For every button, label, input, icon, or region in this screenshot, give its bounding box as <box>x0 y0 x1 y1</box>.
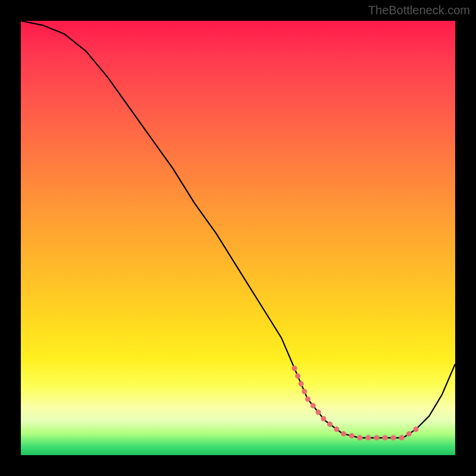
highlight-dot-segment <box>295 368 416 438</box>
watermark-text: TheBottleneck.com <box>368 4 470 17</box>
chart-curve-svg <box>21 21 455 455</box>
chart-plot-area <box>21 21 455 455</box>
main-curve-line <box>21 21 455 438</box>
